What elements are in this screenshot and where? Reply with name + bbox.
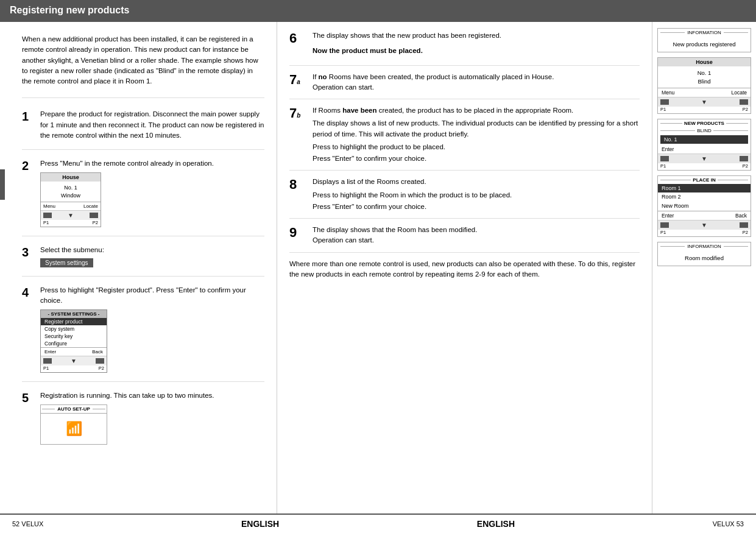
sys-item-1: Copy system — [41, 325, 107, 333]
footer-right-center: ENGLISH — [477, 519, 515, 529]
step-7a-block: 7a If no Rooms have been created, the pr… — [289, 72, 640, 100]
sys-p-labels: P1 P2 — [41, 365, 107, 372]
p-labels-1: P1 P2 — [41, 220, 101, 227]
remote-body-1: No. 1 Window — [41, 182, 101, 202]
step-3: 3 Select the submenu: System settings — [22, 245, 264, 276]
step-4-text: Press to highlight "Register product". P… — [40, 285, 264, 306]
step-7a-text: If no Rooms have been created, the produ… — [313, 72, 640, 93]
step-4: 4 Press to highlight "Register product".… — [22, 285, 264, 383]
np-header-text: NEW PRODUCTS — [684, 121, 724, 126]
where-more-block: Where more than one remote control is us… — [289, 259, 640, 280]
step-6-block: 6 The display shows that the new product… — [289, 30, 640, 66]
step-7b-block: 7b If Rooms have been created, the produ… — [289, 105, 640, 171]
step-8-number: 8 — [289, 177, 306, 192]
np-sub-header: BLIND — [658, 127, 751, 134]
step-9-content: The display shows that the Room has been… — [313, 225, 640, 246]
sys-p2-btn — [96, 358, 104, 364]
right-panel: INFORMATION New products registered Hous… — [652, 22, 756, 514]
info-body-2: Room modified — [658, 250, 751, 266]
auto-body: 📶 — [41, 414, 107, 444]
house-widget: House No. 1 Blind Menu Locate ▼ P1 P2 — [657, 57, 751, 114]
bottom-bar: 52 VELUX ENGLISH ENGLISH VELUX 53 — [0, 514, 756, 533]
page-title: Registering new products — [0, 0, 756, 22]
step-9-number: 9 — [289, 225, 306, 241]
np-p1-btn — [660, 156, 669, 161]
sys-item-0: Register product — [41, 318, 107, 325]
np-btn-row: ▼ — [658, 154, 751, 163]
left-panel: When a new additional product has been i… — [0, 22, 277, 514]
house-arrow-down: ▼ — [701, 99, 707, 105]
place-room-new: New Room — [658, 202, 751, 211]
info-header-1: INFORMATION — [658, 29, 751, 37]
np-selected-item: No. 1 — [660, 135, 748, 144]
step-2-text: Press "Menu" in the remote control alrea… — [40, 158, 264, 169]
auto-setup-widget: AUTO SET-UP 📶 — [40, 404, 107, 445]
remote-widget-1: House No. 1 Window Menu Locate ▼ — [40, 172, 101, 227]
info-label-2: INFORMATION — [687, 244, 721, 249]
footer-left: 52 VELUX — [12, 520, 43, 528]
step-6-number: 6 — [289, 30, 306, 46]
step-5-text: Registration is running. This can take u… — [40, 390, 264, 401]
step-7b-number: 7 — [289, 105, 297, 121]
system-settings-badge: System settings — [40, 258, 93, 267]
place-btn-row: ▼ — [658, 220, 751, 230]
house-p1-btn — [660, 99, 669, 105]
step-1: 1 Prepare the product for registration. … — [22, 109, 264, 150]
remote-buttons-1: ▼ — [41, 210, 101, 220]
arrow-down-left: ▼ — [68, 212, 74, 219]
house-header: House — [658, 58, 751, 66]
step-2-number: 2 — [22, 158, 34, 173]
step-4-number: 4 — [22, 285, 34, 300]
info-label-1: INFORMATION — [687, 30, 721, 35]
place-room-2: Room 2 — [658, 192, 751, 202]
info-header-2: INFORMATION — [658, 242, 751, 250]
info-widget-1: INFORMATION New products registered — [657, 28, 751, 52]
np-p-labels: P1 P2 — [658, 163, 751, 170]
step-7a-sub: a — [297, 79, 300, 85]
sys-buttons: ▼ — [41, 356, 107, 365]
auto-header: AUTO SET-UP — [41, 405, 107, 414]
place-widget: PLACE IN Room 1 Room 2 New Room Enter Ba… — [657, 175, 751, 237]
house-p2-btn — [740, 99, 748, 105]
step-2: 2 Press "Menu" in the remote control alr… — [22, 158, 264, 236]
place-room-1: Room 1 — [658, 184, 751, 193]
sys-p1-btn — [43, 358, 52, 364]
info-widget-2: INFORMATION Room modified — [657, 242, 751, 266]
np-header: NEW PRODUCTS — [658, 119, 751, 127]
remote-footer-1: Menu Locate — [41, 202, 101, 210]
step-1-number: 1 — [22, 109, 34, 124]
p2-btn-left — [90, 213, 98, 218]
step-6-text: The display shows that the new product h… — [313, 30, 640, 41]
info-body-1: New products registered — [658, 37, 751, 52]
place-p2-btn — [740, 222, 748, 228]
intro-text: When a new additional product has been i… — [22, 34, 264, 98]
place-footer: Enter Back — [658, 211, 751, 220]
sys-footer: Enter Back — [41, 347, 107, 356]
step-1-text: Prepare the product for registration. Di… — [40, 109, 264, 141]
footer-center: ENGLISH — [241, 519, 279, 529]
step-8-block: 8 Displays a list of the Rooms created. … — [289, 177, 640, 219]
step-8-content: Displays a list of the Rooms created. Pr… — [313, 177, 640, 212]
place-p-labels: P1 P2 — [658, 230, 751, 236]
side-tab — [0, 169, 5, 200]
house-p-labels: P1 P2 — [658, 107, 751, 113]
place-header-text: PLACE IN — [693, 177, 715, 183]
place-p1-btn — [660, 222, 669, 228]
np-sub-text: BLIND — [697, 128, 712, 133]
place-header: PLACE IN — [658, 176, 751, 184]
remote-header-1: House — [41, 173, 101, 182]
np-arrow-down: ▼ — [701, 155, 707, 162]
footer-right: VELUX 53 — [713, 520, 744, 528]
step-5-number: 5 — [22, 390, 34, 405]
step-7b-content: If Rooms have been created, the product … — [313, 105, 640, 164]
step-7b-sub: b — [297, 112, 300, 119]
step-6-bold: Now the product must be placed. — [313, 47, 423, 54]
np-enter: Enter — [658, 145, 751, 154]
sys-arrow-down: ▼ — [71, 358, 77, 364]
sys-header: - SYSTEM SETTINGS - — [41, 310, 107, 318]
step-3-number: 3 — [22, 245, 34, 259]
new-products-widget: NEW PRODUCTS BLIND No. 1 Enter ▼ P1 P2 — [657, 119, 751, 171]
step-3-text: Select the submenu: — [40, 245, 104, 255]
step-7a-number: 7 — [289, 72, 297, 87]
house-menu-row: Menu Locate — [658, 88, 751, 97]
